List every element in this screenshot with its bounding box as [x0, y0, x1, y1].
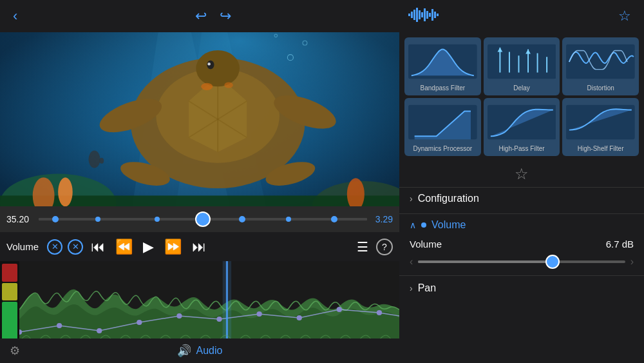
- slider-thumb[interactable]: [545, 255, 560, 269]
- volume-value: 6.7 dB: [606, 239, 634, 250]
- svg-rect-8: [429, 13, 431, 17]
- undo-icon[interactable]: ↩: [195, 8, 207, 25]
- svg-rect-4: [419, 10, 421, 19]
- pan-header[interactable]: › Pan: [410, 276, 634, 300]
- favorite-icon[interactable]: ☆: [618, 8, 631, 25]
- header: ‹ ↩ ↪: [0, 0, 644, 32]
- distortion-label: Distortion: [587, 84, 614, 92]
- effect-highpass[interactable]: High-Pass Filter: [484, 98, 560, 156]
- pan-chevron: ›: [410, 283, 413, 293]
- svg-point-47: [176, 313, 182, 319]
- video-area: [0, 32, 399, 206]
- slider-left-arrow[interactable]: ‹: [410, 256, 413, 268]
- svg-point-38: [224, 83, 233, 88]
- slider-row: ‹ ›: [410, 256, 634, 268]
- meter-red: [2, 264, 17, 282]
- svg-point-50: [297, 315, 302, 320]
- config-header[interactable]: › Configuration: [410, 193, 634, 204]
- controls-bar: Volume ✕ ✕ ⏮ ⏪ ▶ ⏩ ⏭ ☰ ?: [0, 232, 399, 261]
- effect-highshelf[interactable]: High-Shelf Filter: [562, 98, 639, 156]
- svg-rect-3: [416, 8, 418, 22]
- header-left: ‹: [13, 8, 17, 25]
- dynamics-preview: [408, 102, 477, 142]
- config-title: Configuration: [418, 193, 479, 204]
- volume-active-dot: [421, 222, 426, 228]
- left-panel: 35.20 3.29 Volume ✕ ✕ ⏮ ⏪ ▶ ⏩ ⏭ ☰ ?: [0, 32, 399, 363]
- star-row: ☆: [399, 161, 644, 187]
- header-center: [408, 6, 440, 27]
- volume-chevron: ∧: [410, 220, 416, 230]
- svg-point-23: [99, 158, 104, 164]
- svg-point-44: [57, 323, 62, 328]
- play-button[interactable]: ▶: [140, 237, 156, 257]
- help-button[interactable]: ?: [376, 239, 393, 255]
- skip-forward-button[interactable]: ⏭: [189, 237, 209, 257]
- volume-header[interactable]: ∧ Volume: [410, 214, 634, 236]
- svg-rect-10: [434, 12, 436, 18]
- step-forward-button[interactable]: ⏩: [162, 237, 184, 257]
- audio-label: Audio: [196, 345, 223, 357]
- step-back-button[interactable]: ⏪: [113, 237, 135, 257]
- effect-delay[interactable]: Delay: [484, 37, 560, 95]
- dynamics-label: Dynamics Processor: [413, 145, 472, 152]
- waveform-icon[interactable]: [408, 6, 440, 27]
- bandpass-preview: [408, 41, 477, 82]
- distortion-preview: [566, 41, 635, 82]
- highpass-preview: [488, 102, 556, 142]
- svg-rect-6: [424, 8, 426, 21]
- svg-point-37: [201, 83, 213, 90]
- bandpass-label: Bandpass Filter: [421, 84, 465, 92]
- delay-label: Delay: [513, 84, 530, 92]
- delay-preview: [488, 41, 556, 82]
- effect-dynamics[interactable]: Dynamics Processor: [404, 98, 481, 156]
- highpass-label: High-Pass Filter: [498, 145, 544, 152]
- skip-back-button[interactable]: ⏮: [88, 237, 108, 257]
- svg-rect-11: [437, 14, 439, 16]
- audio-footer: ⚙ 🔊 Audio: [0, 338, 399, 363]
- right-panel: Bandpass Filter Delay: [399, 32, 644, 363]
- svg-rect-2: [413, 10, 415, 20]
- settings-icon[interactable]: ⚙: [10, 344, 20, 358]
- svg-point-30: [196, 50, 240, 86]
- slider-fill: [418, 260, 553, 263]
- header-nav: ↩ ↪: [195, 8, 231, 25]
- config-chevron: ›: [410, 193, 413, 204]
- time-end: 3.29: [370, 214, 393, 224]
- svg-point-45: [97, 328, 102, 333]
- volume-section: ∧ Volume Volume 6.7 dB ‹ ›: [399, 213, 644, 275]
- star-button[interactable]: ☆: [515, 165, 529, 183]
- redo-icon[interactable]: ↪: [220, 8, 231, 25]
- effect-distortion[interactable]: Distortion: [562, 37, 639, 95]
- header-right: ☆: [618, 8, 631, 25]
- svg-rect-0: [408, 14, 410, 16]
- pan-section: › Pan: [399, 275, 644, 300]
- volume-control-label: Volume: [410, 239, 442, 250]
- volume-label: Volume: [6, 241, 39, 252]
- volume-control: Volume 6.7 dB ‹ ›: [410, 236, 634, 270]
- back-icon[interactable]: ‹: [13, 8, 17, 25]
- volume-slider[interactable]: [418, 260, 625, 263]
- svg-rect-7: [426, 11, 428, 19]
- config-section: › Configuration: [399, 187, 644, 213]
- mute-button-1[interactable]: ✕: [47, 239, 62, 255]
- effect-bandpass[interactable]: Bandpass Filter: [404, 37, 481, 95]
- svg-point-32: [207, 63, 211, 66]
- svg-rect-9: [431, 9, 433, 21]
- slider-right-arrow[interactable]: ›: [630, 256, 634, 268]
- svg-point-48: [216, 317, 222, 322]
- volume-title: Volume: [431, 219, 466, 231]
- svg-point-52: [377, 310, 382, 315]
- pan-title: Pan: [418, 282, 436, 294]
- svg-point-51: [337, 307, 342, 312]
- svg-point-20: [58, 177, 73, 206]
- svg-point-46: [137, 320, 142, 325]
- svg-point-22: [89, 150, 100, 168]
- video-background: [0, 32, 399, 206]
- svg-rect-5: [421, 12, 423, 17]
- volume-row: Volume 6.7 dB: [410, 239, 634, 250]
- timeline-bar: 35.20 3.29: [0, 206, 399, 232]
- timeline-track[interactable]: [39, 218, 367, 221]
- list-button[interactable]: ☰: [354, 238, 371, 256]
- time-start: 35.20: [6, 214, 35, 224]
- mute-button-2[interactable]: ✕: [68, 239, 83, 255]
